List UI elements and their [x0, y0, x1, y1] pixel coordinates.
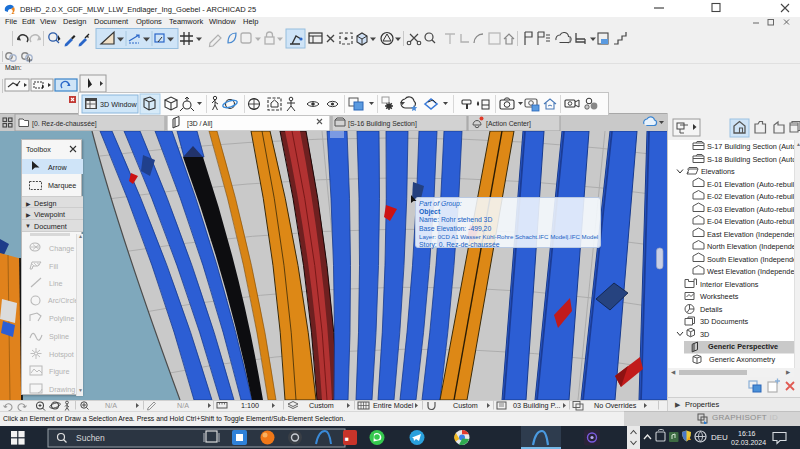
svg-text:1:100: 1:100 — [241, 401, 259, 410]
svg-text:Custom: Custom — [309, 401, 334, 410]
svg-text:Entire Model: Entire Model — [373, 401, 414, 410]
svg-text:No Overrides: No Overrides — [594, 401, 637, 410]
svg-text:Custom: Custom — [453, 401, 478, 410]
svg-text:■: ■ — [345, 435, 349, 442]
svg-text:N/A: N/A — [177, 401, 189, 410]
svg-text:[S-16 Building Section]: [S-16 Building Section] — [348, 120, 417, 128]
svg-text:N/A: N/A — [105, 401, 117, 410]
svg-text:16:16: 16:16 — [738, 430, 756, 437]
svg-text:[Action Center]: [Action Center] — [486, 120, 531, 128]
svg-text:[0. Rez-de-chaussée]: [0. Rez-de-chaussée] — [32, 120, 97, 128]
svg-text:Suchen: Suchen — [76, 433, 105, 443]
svg-text:03 Building P...: 03 Building P... — [513, 401, 560, 410]
svg-text:3D Window: 3D Window — [100, 100, 138, 109]
svg-text:DEU: DEU — [711, 433, 728, 442]
svg-text:[3D / All]: [3D / All] — [187, 120, 212, 128]
svg-text:02.03.2024: 02.03.2024 — [731, 439, 766, 446]
